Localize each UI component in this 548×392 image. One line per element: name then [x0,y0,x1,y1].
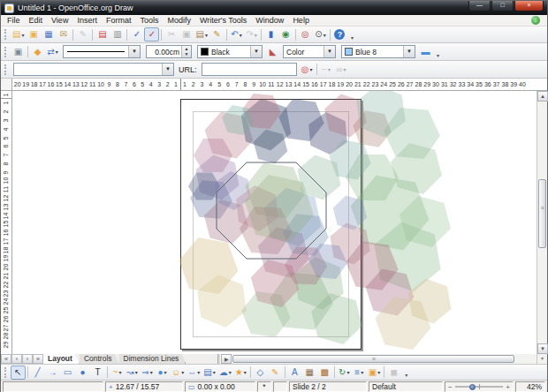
chevron-down-icon[interactable]: ▼ [128,46,140,57]
fill-dialog-button[interactable]: ◣ [265,45,280,59]
first-page-button[interactable]: « [1,354,11,364]
styles-button[interactable]: ▣ [11,45,26,59]
line-width-spinner[interactable]: 0.00cm ▲▼ [146,45,192,58]
scroll-down-icon[interactable]: ▼ [537,343,548,354]
print-file-button[interactable]: ▥ [110,27,125,41]
alignment-button[interactable]: ≡▾ [352,366,367,380]
navigator-button[interactable]: ◎ [298,27,313,41]
dropdown-arrow-icon[interactable]: ▾ [205,32,208,38]
dropdown-arrow-icon[interactable]: ▾ [346,369,349,375]
email-document-button[interactable]: ✉ [56,27,71,41]
line-color-combo[interactable]: Black ▼ [197,45,263,58]
menu-tools[interactable]: Tools [135,16,163,25]
last-page-button[interactable]: » [33,354,43,364]
zoom-in-icon[interactable]: + [506,383,510,391]
auto-spellcheck-button[interactable]: ✓ [144,27,159,41]
basic-shapes-button[interactable]: ●▾ [155,366,170,380]
menu-file[interactable]: File [3,16,25,25]
toolbar-grip[interactable] [4,64,9,75]
fill-color-combo[interactable]: Blue 8 ▼ [341,45,415,58]
next-page-button[interactable]: › [22,354,33,364]
ellipse-button[interactable]: ● [75,366,90,380]
page-style-panel[interactable]: Default [369,381,443,392]
zoom-slider-handle[interactable] [469,384,476,390]
rectangle-button[interactable]: ▭ [60,366,75,380]
arrange-button[interactable]: ▣▾ [367,366,382,380]
chevron-down-icon[interactable]: ▼ [162,64,173,75]
stars-banners-button[interactable]: ★▾ [233,366,248,380]
toolbar-overflow-icon[interactable]: ▾ [351,34,354,42]
chart-button[interactable]: ▮ [263,27,278,41]
toolbar-grip[interactable] [4,367,9,378]
toolbar-grip[interactable] [4,47,9,57]
new-document-button[interactable]: ▤▾ [11,27,26,41]
chevron-down-icon[interactable]: ▼ [250,46,262,57]
object-size-panel[interactable]: ▭ 0.00 x 0.00 [185,381,255,392]
paste-button[interactable]: ▤▾ [194,27,209,41]
dropdown-arrow-icon[interactable]: ▾ [328,66,331,72]
scroll-up-icon[interactable]: ▲ [537,91,548,102]
menu-writer-s-tools[interactable]: Writer's Tools [195,16,251,25]
zoom-slider-track[interactable] [455,386,504,388]
chevron-down-icon[interactable]: ▼ [403,46,415,57]
open-document-button[interactable]: ▣ [26,27,41,41]
line-dialog-button[interactable]: ◆ [30,45,45,59]
internet-url-combo[interactable]: ▼ [13,63,174,76]
dropdown-arrow-icon[interactable]: ▾ [344,66,346,72]
hyperlink-button[interactable]: ◉ [278,27,293,41]
url-input[interactable] [202,63,297,76]
select-button[interactable]: ↖ [11,366,26,380]
horizontal-scroll-thumb[interactable]: ≡ [232,355,514,363]
menu-view[interactable]: View [47,16,72,25]
horizontal-scrollbar[interactable]: ◀ ≡ ▶ [221,354,537,364]
dropdown-arrow-icon[interactable]: ▾ [361,369,363,375]
zoom-slider-panel[interactable]: − + [445,381,514,392]
dropdown-arrow-icon[interactable]: ▾ [309,66,312,72]
line-width-value[interactable]: 0.00cm [147,48,181,57]
toolbar-grip[interactable] [4,29,9,40]
text-button[interactable]: T [90,366,105,380]
spellcheck-button[interactable]: ✓ [129,27,144,41]
maximize-button[interactable]: □ [491,1,514,11]
vertical-ruler[interactable]: 1123456789101112131415161718192021222324… [1,91,12,354]
line-color-value[interactable]: Black [209,48,250,57]
dropdown-arrow-icon[interactable]: ▾ [118,369,121,375]
tab-dimension-lines[interactable]: Dimension Lines [119,354,186,364]
undo-button[interactable]: ↶▾ [229,27,244,41]
scroll-right-icon[interactable]: ▶ [221,354,232,364]
menu-help[interactable]: Help [288,16,314,25]
dropdown-arrow-icon[interactable]: ▾ [181,369,184,375]
dropdown-arrow-icon[interactable]: ▾ [150,369,153,375]
flowcharts-button[interactable]: ▤▾ [202,366,217,380]
toolbar-overflow-icon[interactable]: ▾ [437,52,439,60]
shadow-button[interactable]: ▬ [418,45,433,59]
dropdown-arrow-icon[interactable]: ▾ [377,369,380,375]
dropdown-arrow-icon[interactable]: ▾ [21,32,24,38]
drawing-canvas[interactable] [12,91,537,354]
insert-picture-button[interactable]: ▦ [302,366,317,380]
menu-format[interactable]: Format [102,16,136,25]
toolbar-overflow-icon[interactable]: ▾ [405,372,407,380]
minimize-button[interactable]: — [468,1,491,11]
tab-layout[interactable]: Layout [43,354,80,364]
save-document-button[interactable]: ▦ [41,27,56,41]
line-style-combo[interactable]: ▼ [63,45,141,58]
help-button[interactable]: ? [332,27,347,41]
export-pdf-button[interactable]: ▤ [95,27,110,41]
glue-points-button[interactable]: ✎ [268,366,283,380]
menu-window[interactable]: Window [251,16,288,25]
line-button[interactable]: ╱ [30,366,45,380]
lines-arrows-button[interactable]: ⇒▾ [140,366,155,380]
rotate-button[interactable]: ↻▾ [337,366,352,380]
vertical-scrollbar[interactable]: ▲ ▼ [537,91,547,354]
spinner-arrows-icon[interactable]: ▲▼ [181,46,191,57]
target-frame-button[interactable]: ◎▾ [300,63,315,77]
menu-edit[interactable]: Edit [25,16,48,25]
line-arrow-end-button[interactable]: → [45,366,60,380]
edit-points-button[interactable]: ◇ [253,366,268,380]
cursor-position-panel[interactable]: + 12.67 / 15.57 [105,381,183,392]
zoom-button[interactable]: ⊙▾ [313,27,328,41]
dropdown-arrow-icon[interactable]: ▾ [164,369,167,375]
dropdown-arrow-icon[interactable]: ▾ [255,32,257,38]
horizontal-ruler[interactable]: 2019181716151413121110987654321 12345678… [1,79,547,91]
